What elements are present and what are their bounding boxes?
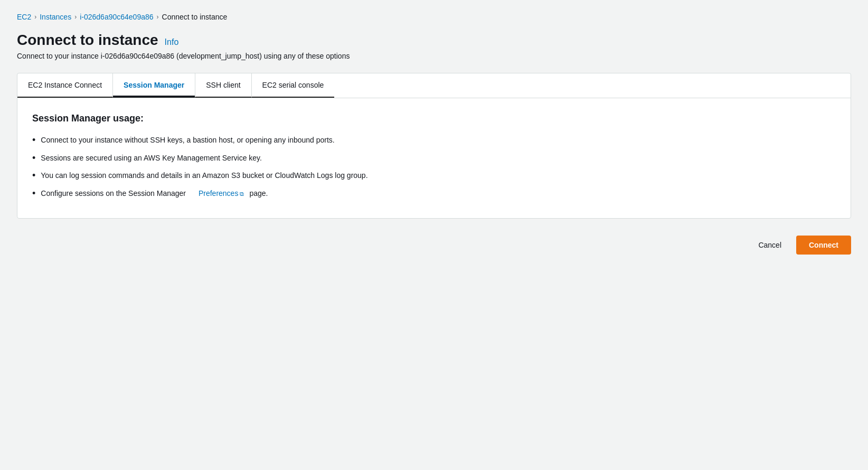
list-item: Connect to your instance without SSH key… (32, 135, 836, 146)
preferences-link-label: Preferences (199, 189, 238, 198)
external-link-icon: ⧉ (240, 190, 244, 199)
connect-button[interactable]: Connect (796, 236, 851, 255)
preferences-suffix: page. (249, 188, 268, 199)
tab-ec2-instance-connect[interactable]: EC2 Instance Connect (17, 73, 113, 98)
cancel-button[interactable]: Cancel (750, 237, 790, 253)
list-item: Configure sessions on the Session Manage… (32, 188, 836, 200)
page-title-row: Connect to instance Info (17, 32, 851, 49)
bullet-item-3: You can log session commands and details… (41, 170, 367, 181)
breadcrumb-current: Connect to instance (162, 13, 228, 21)
tab-content-session-manager: Session Manager usage: Connect to your i… (17, 98, 851, 218)
tab-ssh-client[interactable]: SSH client (195, 73, 251, 98)
page-title: Connect to instance (17, 32, 158, 49)
bullet-list: Connect to your instance without SSH key… (32, 135, 836, 199)
tab-ec2-serial-console[interactable]: EC2 serial console (252, 73, 335, 98)
bullet-item-1: Connect to your instance without SSH key… (41, 135, 334, 146)
list-item: You can log session commands and details… (32, 170, 836, 182)
tab-session-manager[interactable]: Session Manager (113, 73, 195, 98)
breadcrumb-separator-2: › (74, 13, 77, 21)
breadcrumb-separator-1: › (34, 13, 36, 21)
breadcrumb-separator-3: › (157, 13, 159, 21)
tab-container: EC2 Instance Connect Session Manager SSH… (17, 73, 851, 219)
breadcrumb-instance-id[interactable]: i-026d6a90c64e09a86 (80, 13, 153, 21)
tab-bar: EC2 Instance Connect Session Manager SSH… (17, 73, 851, 98)
bullet-item-2: Sessions are secured using an AWS Key Ma… (41, 153, 262, 164)
page-subtitle: Connect to your instance i-026d6a90c64e0… (17, 52, 851, 60)
list-item: Sessions are secured using an AWS Key Ma… (32, 153, 836, 164)
breadcrumb-ec2[interactable]: EC2 (17, 13, 31, 21)
info-link[interactable]: Info (165, 37, 179, 47)
breadcrumb: EC2 › Instances › i-026d6a90c64e09a86 › … (17, 13, 851, 21)
footer-actions: Cancel Connect (17, 236, 851, 255)
preferences-link[interactable]: Preferences⧉ (199, 188, 244, 199)
breadcrumb-instances[interactable]: Instances (40, 13, 71, 21)
section-title: Session Manager usage: (32, 113, 836, 124)
bullet-item-4-text: Configure sessions on the Session Manage… (41, 188, 186, 199)
